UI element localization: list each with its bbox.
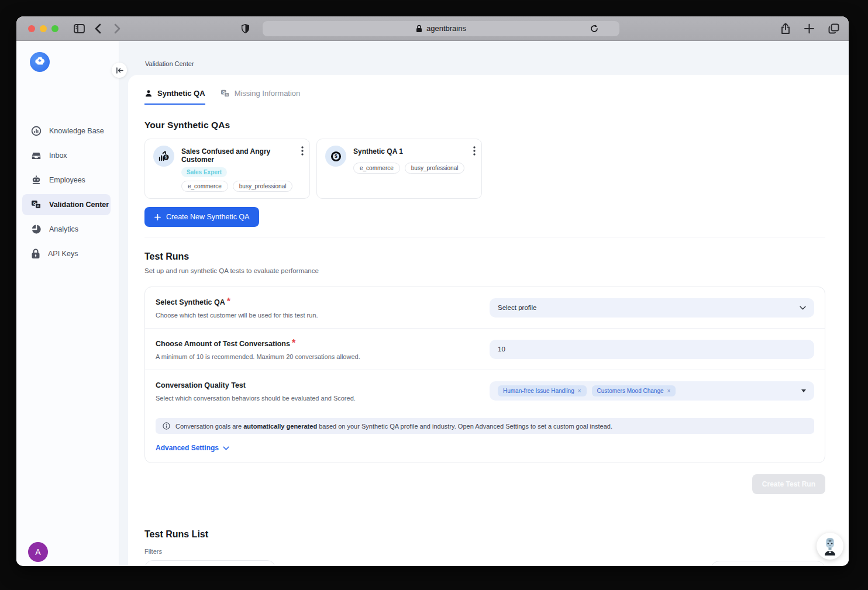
sidebar-item-employees[interactable]: Employees: [22, 170, 111, 191]
sidebar-item-label: Inbox: [49, 151, 67, 160]
qa-tag: busy_professional: [233, 181, 293, 192]
info-banner: Conversation goals are automatically gen…: [156, 418, 814, 434]
share-icon[interactable]: [781, 23, 790, 34]
back-icon[interactable]: [95, 23, 101, 34]
reload-icon[interactable]: [590, 24, 598, 33]
user-avatar[interactable]: A: [28, 542, 48, 562]
field-description: Select which conversation behaviors shou…: [156, 395, 356, 402]
sidebar-toggle-icon[interactable]: [74, 24, 85, 33]
advanced-settings-toggle[interactable]: Advanced Settings: [156, 444, 229, 452]
quality-multiselect[interactable]: Human-free Issue Handling × Customers Mo…: [490, 381, 814, 401]
svg-text:A: A: [226, 92, 228, 96]
amount-input[interactable]: [498, 346, 806, 353]
filters-label: Filters: [144, 548, 825, 555]
browser-toolbar: agentbrains: [16, 16, 849, 41]
profile-select-value: Select profile: [498, 304, 536, 311]
field-description: A minimum of 10 is recommended. Maximum …: [156, 353, 360, 360]
filter-row: Start Date — End Date: [144, 560, 825, 565]
sidebar-item-label: Validation Center: [49, 201, 109, 209]
field-label: Select Synthetic QA: [156, 298, 225, 306]
traffic-lights: [28, 25, 58, 32]
required-mark: *: [292, 338, 295, 348]
svg-text:$: $: [335, 153, 337, 159]
tab-bar: Synthetic QA QA Missing Information: [144, 89, 825, 105]
zoom-window-button[interactable]: [51, 25, 58, 32]
sidebar-collapse-button[interactable]: [112, 63, 127, 78]
sidebar-item-analytics[interactable]: Analytics: [22, 219, 111, 240]
create-synthetic-qa-button[interactable]: Create New Synthetic QA: [144, 207, 259, 227]
person-icon: [144, 89, 153, 98]
content-panel: Synthetic QA QA Missing Information Your…: [128, 75, 849, 565]
new-tab-icon[interactable]: [804, 23, 814, 33]
qa-tag: busy_professional: [405, 163, 465, 174]
chip-remove-icon[interactable]: ×: [667, 388, 671, 394]
quality-chip: Human-free Issue Handling ×: [498, 385, 587, 396]
form-row-select-qa: Select Synthetic QA* Choose which test c…: [145, 287, 825, 329]
form-row-amount: Choose Amount of Test Conversations* A m…: [145, 329, 825, 370]
synthetic-qa-card[interactable]: $ Synthetic QA 1 e_commerce busy_profess…: [316, 139, 482, 199]
sales-chart-icon: $: [153, 146, 174, 167]
sidebar-item-api-keys[interactable]: API Keys: [22, 243, 111, 264]
card-menu-icon[interactable]: [473, 146, 476, 158]
info-banner-text: Conversation goals are automatically gen…: [175, 423, 612, 430]
knowledge-base-icon: [31, 126, 42, 136]
url-bar[interactable]: agentbrains: [263, 21, 619, 36]
pie-chart-icon: [31, 224, 42, 234]
sidebar-item-label: API Keys: [48, 250, 78, 258]
shield-icon[interactable]: [241, 23, 250, 34]
plus-icon: [154, 214, 161, 220]
tab-synthetic-qa[interactable]: Synthetic QA: [144, 89, 205, 105]
search-box: [711, 561, 825, 565]
amount-input-wrap: [490, 340, 814, 359]
app-root: Knowledge Base Inbox Employees QA Valida…: [16, 41, 849, 565]
synthetic-qa-icon: $: [325, 146, 346, 167]
minimize-window-button[interactable]: [40, 25, 47, 32]
chip-remove-icon[interactable]: ×: [578, 388, 581, 394]
create-test-run-button[interactable]: Create Test Run: [752, 474, 825, 494]
user-avatar-letter: A: [35, 547, 40, 557]
tab-overview-icon[interactable]: [828, 23, 839, 34]
caret-down-icon: [801, 389, 806, 392]
quality-chip-label: Customers Mood Change: [597, 388, 664, 394]
sidebar-item-label: Analytics: [49, 225, 78, 233]
quality-chip: Customers Mood Change ×: [592, 385, 676, 396]
synthetic-qa-card[interactable]: $ Sales Confused and Angry Customer Sale…: [144, 139, 310, 199]
quality-chip-label: Human-free Issue Handling: [503, 388, 574, 394]
qa-tag: e_commerce: [181, 181, 228, 192]
test-runs-heading: Test Runs: [144, 251, 825, 262]
required-mark: *: [227, 296, 230, 306]
robot-face-icon: [821, 536, 839, 556]
card-menu-icon[interactable]: [301, 146, 304, 158]
tab-label: Missing Information: [235, 89, 301, 98]
breadcrumb: Validation Center: [145, 60, 194, 67]
info-icon: [163, 422, 170, 430]
field-label: Choose Amount of Test Conversations: [156, 340, 290, 348]
tab-label: Synthetic QA: [157, 89, 205, 98]
advanced-settings-label: Advanced Settings: [156, 444, 219, 452]
qa-card-title: Sales Confused and Angry Customer: [181, 147, 301, 164]
chevron-down-icon: [800, 306, 806, 310]
date-range-filter[interactable]: Start Date — End Date: [144, 560, 275, 565]
missing-info-icon: QA: [221, 89, 230, 98]
field-label: Conversation Quality Test: [156, 381, 246, 389]
sidebar-nav: Knowledge Base Inbox Employees QA Valida…: [16, 120, 119, 268]
profile-select[interactable]: Select profile: [490, 298, 814, 318]
test-runs-subtitle: Set up and run synthetic QA tests to eva…: [144, 267, 825, 274]
agentbrains-logo[interactable]: [30, 52, 50, 72]
sidebar-item-label: Employees: [49, 176, 85, 184]
sidebar-item-knowledge-base[interactable]: Knowledge Base: [22, 120, 111, 142]
create-synthetic-qa-label: Create New Synthetic QA: [166, 213, 249, 221]
lock-icon: [31, 249, 40, 259]
forward-icon[interactable]: [114, 23, 120, 34]
field-description: Choose which test customer will be used …: [156, 312, 318, 319]
tab-missing-information[interactable]: QA Missing Information: [221, 89, 301, 103]
sidebar-item-inbox[interactable]: Inbox: [22, 145, 111, 166]
robot-icon: [31, 175, 42, 185]
qa-card-title: Synthetic QA 1: [353, 147, 464, 156]
sidebar: Knowledge Base Inbox Employees QA Valida…: [16, 41, 119, 565]
form-row-quality-test: Conversation Quality Test Select which c…: [145, 370, 825, 408]
close-window-button[interactable]: [28, 25, 35, 32]
sidebar-item-validation-center[interactable]: QA Validation Center: [22, 194, 111, 215]
lock-icon: [416, 25, 422, 33]
assistant-avatar[interactable]: [817, 533, 843, 560]
